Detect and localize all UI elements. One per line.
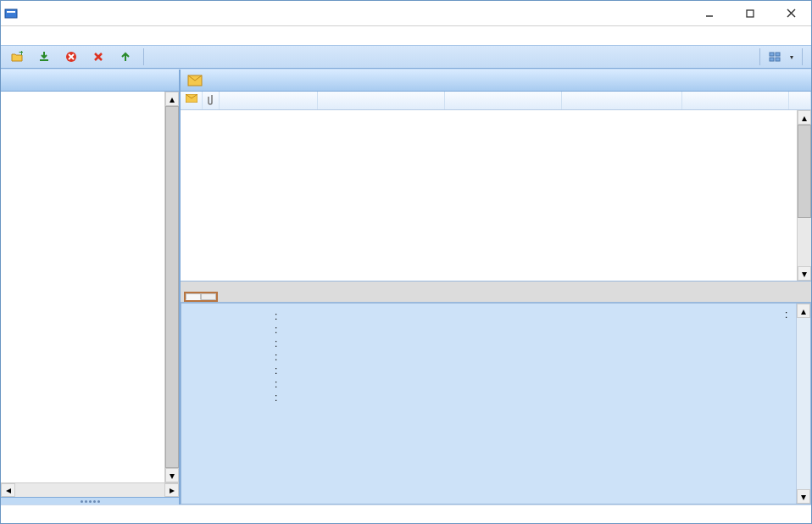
details-scrollbar[interactable]: ▴▾	[796, 304, 810, 504]
switch-view-button[interactable]: ▾	[764, 49, 798, 64]
svg-rect-0	[5, 9, 17, 18]
col-size[interactable]	[789, 92, 811, 109]
grid-scrollbar-vertical[interactable]: ▴ ▾	[797, 110, 811, 281]
exit-icon	[92, 51, 104, 63]
tab-normal-mail-view[interactable]	[186, 293, 201, 300]
add-file-button[interactable]: +	[6, 49, 31, 64]
scroll-down-icon[interactable]: ▾	[165, 468, 179, 482]
svg-rect-9	[770, 53, 774, 56]
load-scan-button[interactable]	[33, 49, 58, 64]
scroll-up-icon[interactable]: ▴	[798, 110, 811, 125]
toolbar: + ▾	[1, 45, 811, 69]
title-bar	[1, 1, 811, 26]
col-to[interactable]	[445, 92, 562, 109]
tab-attachments[interactable]	[201, 293, 216, 300]
subject-label	[190, 378, 275, 390]
svg-rect-10	[776, 53, 780, 56]
scroll-up-icon[interactable]: ▴	[165, 92, 179, 106]
menu-bar	[1, 26, 811, 45]
bcc-label	[190, 365, 275, 376]
col-received[interactable]	[682, 92, 789, 109]
download-icon	[38, 51, 50, 63]
splitter-gripper[interactable]	[1, 498, 179, 504]
scroll-up-icon[interactable]: ▴	[797, 304, 810, 318]
folder-tree[interactable]: ▴ ▾ ◂▸	[1, 92, 179, 498]
col-subject[interactable]	[318, 92, 445, 109]
tree-scrollbar-horizontal[interactable]: ◂▸	[1, 482, 179, 497]
upgrade-button[interactable]	[114, 49, 140, 64]
inbox-icon	[187, 75, 203, 86]
left-panel: ▴ ▾ ◂▸	[1, 70, 181, 504]
switch-view-icon	[769, 51, 781, 63]
datetime: :	[782, 309, 793, 321]
col-from[interactable]	[220, 92, 318, 109]
upgrade-icon	[120, 51, 131, 63]
grid-header	[181, 92, 811, 110]
close-file-icon	[65, 51, 77, 63]
col-envelope-icon[interactable]	[181, 92, 203, 109]
cc-label	[190, 351, 275, 363]
app-icon	[4, 7, 18, 20]
folder-list-header	[1, 70, 179, 92]
close-file-button[interactable]	[60, 49, 86, 64]
svg-rect-11	[770, 58, 774, 61]
svg-text:+: +	[19, 51, 23, 59]
chevron-down-icon: ▾	[790, 53, 793, 61]
svg-rect-3	[747, 10, 754, 17]
mail-details: : : : : : : : : ▴▾	[181, 303, 811, 504]
from-label	[190, 324, 275, 336]
inbox-header	[181, 70, 811, 92]
right-panel: ▴ ▾ : : : : : : : : ▴▾	[181, 70, 811, 504]
scroll-down-icon[interactable]: ▾	[798, 266, 811, 281]
col-attachment-icon[interactable]	[203, 92, 220, 109]
maximize-button[interactable]	[733, 3, 767, 24]
exit-button[interactable]	[87, 49, 113, 64]
detail-tabs	[181, 282, 811, 303]
message-grid: ▴ ▾	[181, 92, 811, 282]
path-label	[190, 310, 275, 322]
folder-plus-icon: +	[11, 51, 23, 63]
minimize-button[interactable]	[692, 3, 726, 24]
svg-rect-7	[40, 59, 48, 61]
col-sent[interactable]	[562, 92, 682, 109]
close-button[interactable]	[774, 3, 808, 24]
svg-rect-1	[7, 11, 15, 13]
tree-scrollbar-vertical[interactable]: ▴ ▾	[164, 92, 179, 482]
scroll-right-icon[interactable]: ▸	[164, 483, 179, 497]
scroll-down-icon[interactable]: ▾	[797, 489, 810, 504]
scroll-left-icon[interactable]: ◂	[1, 483, 15, 497]
attachments-label	[190, 392, 275, 404]
svg-rect-12	[776, 58, 780, 61]
status-bar	[1, 504, 811, 523]
to-label	[190, 337, 275, 349]
